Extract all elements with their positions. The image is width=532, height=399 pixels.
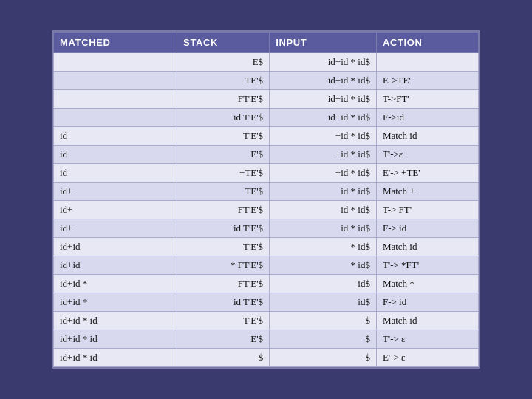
cell-stack: * FT'E'$	[177, 256, 270, 275]
table-row: id+idT'E'$* id$Match id	[54, 238, 479, 256]
cell-matched: id+id	[54, 238, 177, 256]
cell-matched: id+	[54, 201, 177, 219]
cell-matched: id+id *	[54, 293, 177, 312]
cell-stack: T'E'$	[177, 127, 270, 146]
cell-input: $	[270, 349, 377, 367]
cell-stack: id T'E'$	[177, 293, 270, 312]
cell-action: Match +	[376, 183, 478, 201]
cell-stack: FT'E'$	[177, 275, 270, 293]
cell-input: +id * id$	[270, 127, 377, 146]
cell-stack: id T'E'$	[177, 219, 270, 238]
table-row: id+TE'$+id * id$E'-> +TE'	[54, 164, 479, 183]
table-row: id+id * idT'E'$$Match id	[54, 312, 479, 330]
cell-matched: id+id * id	[54, 312, 177, 330]
cell-matched: id+id * id	[54, 349, 177, 367]
cell-matched: id+	[54, 183, 177, 201]
cell-input: * id$	[270, 238, 377, 256]
cell-action: F->id	[376, 109, 478, 127]
cell-stack: E$	[177, 53, 270, 72]
table-row: id T'E'$id+id * id$F->id	[54, 109, 479, 127]
cell-input: +id * id$	[270, 146, 377, 164]
cell-action: E'-> ε	[376, 349, 478, 367]
cell-stack: $	[177, 349, 270, 367]
cell-matched	[54, 72, 177, 90]
cell-action: F-> id	[376, 219, 478, 238]
table-row: id+id* FT'E'$* id$T'-> *FT'	[54, 256, 479, 275]
cell-input: id+id * id$	[270, 90, 377, 109]
cell-action: Match id	[376, 238, 478, 256]
cell-input: $	[270, 330, 377, 349]
cell-matched: id	[54, 146, 177, 164]
cell-input: id+id * id$	[270, 109, 377, 127]
cell-stack: id T'E'$	[177, 109, 270, 127]
header-stack: STACK	[177, 33, 270, 53]
table-row: id+id T'E'$id * id$F-> id	[54, 219, 479, 238]
cell-stack: TE'$	[177, 183, 270, 201]
cell-matched	[54, 109, 177, 127]
table-row: idE'$+id * id$T'->ε	[54, 146, 479, 164]
cell-action: Match id	[376, 312, 478, 330]
cell-action: T-> FT'	[376, 201, 478, 219]
cell-stack: T'E'$	[177, 238, 270, 256]
parsing-table: MATCHED STACK INPUT ACTION E$id+id * id$…	[52, 30, 480, 369]
cell-stack: +TE'$	[177, 164, 270, 183]
cell-input: id * id$	[270, 219, 377, 238]
cell-matched: id+id * id	[54, 330, 177, 349]
table-row: id+id * idE'$$T'-> ε	[54, 330, 479, 349]
cell-input: id+id * id$	[270, 72, 377, 90]
cell-action: T'-> ε	[376, 330, 478, 349]
cell-action: Match *	[376, 275, 478, 293]
cell-input: id$	[270, 293, 377, 312]
table-row: id+TE'$id * id$Match +	[54, 183, 479, 201]
cell-stack: TE'$	[177, 72, 270, 90]
cell-input: id+id * id$	[270, 53, 377, 72]
cell-input: $	[270, 312, 377, 330]
cell-input: id$	[270, 275, 377, 293]
table-row: TE'$id+id * id$E->TE'	[54, 72, 479, 90]
cell-action: Match id	[376, 127, 478, 146]
cell-action: T'-> *FT'	[376, 256, 478, 275]
cell-stack: FT'E'$	[177, 201, 270, 219]
cell-matched: id+id	[54, 256, 177, 275]
cell-stack: E'$	[177, 146, 270, 164]
cell-action	[376, 53, 478, 72]
header-action: ACTION	[376, 33, 478, 53]
cell-matched	[54, 53, 177, 72]
table-row: id+id * id$$E'-> ε	[54, 349, 479, 367]
cell-action: F-> id	[376, 293, 478, 312]
table-row: id+id *id T'E'$id$F-> id	[54, 293, 479, 312]
cell-input: +id * id$	[270, 164, 377, 183]
cell-matched: id	[54, 127, 177, 146]
cell-stack: T'E'$	[177, 312, 270, 330]
cell-matched: id+id *	[54, 275, 177, 293]
cell-action: E->TE'	[376, 72, 478, 90]
cell-action: E'-> +TE'	[376, 164, 478, 183]
table-row: FT'E'$id+id * id$T->FT'	[54, 90, 479, 109]
cell-matched	[54, 90, 177, 109]
cell-stack: FT'E'$	[177, 90, 270, 109]
table-row: E$id+id * id$	[54, 53, 479, 72]
table-row: id+FT'E'$id * id$T-> FT'	[54, 201, 479, 219]
header-matched: MATCHED	[54, 33, 177, 53]
cell-stack: E'$	[177, 330, 270, 349]
header-input: INPUT	[270, 33, 377, 53]
cell-matched: id	[54, 164, 177, 183]
cell-input: id * id$	[270, 183, 377, 201]
cell-input: * id$	[270, 256, 377, 275]
cell-action: T'->ε	[376, 146, 478, 164]
table-row: id+id *FT'E'$id$Match *	[54, 275, 479, 293]
cell-matched: id+	[54, 219, 177, 238]
cell-input: id * id$	[270, 201, 377, 219]
cell-action: T->FT'	[376, 90, 478, 109]
table-row: idT'E'$+id * id$Match id	[54, 127, 479, 146]
